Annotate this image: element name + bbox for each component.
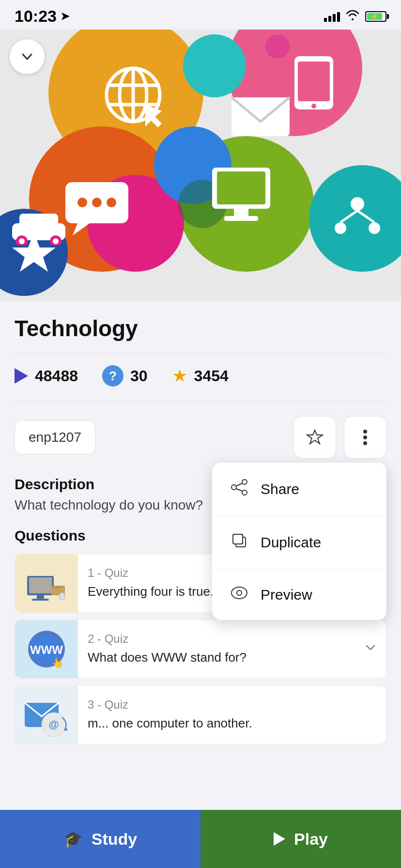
svg-marker-31 [307,430,323,444]
svg-rect-51 [56,587,58,588]
status-bar: 10:23 ➤ ⚡ [0,0,401,30]
svg-line-38 [236,483,242,486]
question-thumb-3: @ [15,686,78,744]
more-dots-icon [363,429,368,446]
svg-rect-20 [224,216,258,221]
favorites-count: 3454 [194,367,229,385]
page-title: Technology [15,315,386,341]
more-options-button[interactable] [344,416,386,459]
svg-point-35 [242,480,247,484]
computer-thumbnail [22,561,71,605]
back-button[interactable] [10,39,45,74]
charging-bolt: ⚡ [371,13,378,20]
question-body-2: 2 - Quiz What does WWW stand for? [78,624,365,674]
study-button[interactable]: 🎓 Study [0,810,200,868]
duplicate-label: Duplicate [261,534,321,551]
stats-row: 48488 ? 30 ★ 3454 [15,365,386,402]
question-thumb-1 [15,554,78,612]
favorites-stat: ★ 3454 [172,366,229,386]
svg-rect-23 [298,62,330,101]
svg-point-37 [242,490,247,495]
tablet-icon-hero [256,30,372,146]
question-card-3[interactable]: @ 3 - Quiz m... one computer to another. [15,685,386,744]
wifi-icon [346,10,359,23]
svg-line-29 [357,211,374,222]
svg-rect-19 [234,209,248,217]
question-badge-icon: ? [102,365,123,387]
svg-point-15 [92,198,102,207]
star-outline-icon [306,429,324,446]
svg-point-44 [237,590,242,595]
svg-rect-41 [233,534,243,544]
svg-point-27 [369,222,380,234]
share-icon [230,479,249,499]
title-section: Technology [15,315,386,354]
expand-button-2[interactable] [365,642,386,656]
user-row: enp1207 [15,416,386,459]
question-type-2: 2 - Quiz [88,632,355,646]
duplicate-icon [230,532,249,552]
svg-point-32 [363,430,367,434]
plays-count: 48488 [35,367,78,385]
favorite-button[interactable] [293,416,336,459]
svg-point-24 [311,104,316,108]
svg-marker-5 [145,105,162,127]
star-icon-hero [0,214,73,291]
plays-stat: 48488 [15,367,78,385]
question-type-3: 3 - Quiz [88,698,376,712]
duplicate-menu-item[interactable]: Duplicate [212,516,386,569]
study-icon: 🎓 [63,830,83,848]
main-content: Technology 48488 ? 30 ★ 3454 enp1207 [0,301,401,819]
svg-point-54 [59,592,65,600]
time-display: 10:23 [15,7,57,26]
svg-rect-48 [32,599,49,601]
svg-text:@: @ [48,718,59,730]
questions-stat: ? 30 [102,365,148,387]
signal-icon [324,11,340,22]
svg-text:WWW: WWW [30,643,63,656]
question-thumb-2: WWW 👆 [15,620,78,678]
study-label: Study [92,830,137,849]
svg-point-26 [335,222,346,234]
svg-text:👆: 👆 [51,657,63,668]
location-icon: ➤ [61,10,69,23]
status-icons: ⚡ [324,10,386,23]
svg-rect-47 [37,595,44,599]
svg-rect-50 [52,587,55,588]
chevron-down-small-icon [365,642,376,653]
play-label: Play [294,830,328,849]
svg-rect-18 [217,171,265,204]
play-triangle-icon [274,832,285,846]
play-button[interactable]: Play [200,810,401,868]
svg-line-39 [236,489,242,491]
svg-marker-13 [73,223,90,235]
svg-rect-52 [59,587,62,588]
play-icon [15,368,28,384]
svg-point-14 [77,198,87,207]
svg-line-28 [340,211,357,222]
question-body-3: 3 - Quiz m... one computer to another. [78,690,386,740]
bottom-bar: 🎓 Study Play [0,810,401,868]
share-menu-item[interactable]: Share [212,463,386,516]
questions-count: 30 [130,367,148,385]
svg-point-33 [363,435,367,439]
svg-point-16 [107,198,116,207]
www-thumbnail: WWW 👆 [22,627,71,671]
svg-marker-30 [12,233,56,272]
preview-icon [230,586,249,604]
author-chip[interactable]: enp1207 [15,420,95,454]
svg-rect-53 [29,577,52,593]
question-text-2: What does WWW stand for? [88,649,355,666]
svg-point-25 [351,197,364,211]
question-card-2[interactable]: WWW 👆 2 - Quiz What does WWW stand for? [15,620,386,679]
chevron-down-icon [20,49,34,64]
network-icon-hero [309,165,401,262]
preview-label: Preview [261,587,312,603]
hero-image [0,30,401,301]
email-thumbnail: @ [22,693,71,737]
status-time: 10:23 ➤ [15,7,69,26]
preview-menu-item[interactable]: Preview [212,569,386,620]
dropdown-menu: Share Duplicate [212,463,386,620]
svg-point-43 [231,587,247,599]
battery-icon: ⚡ [365,11,386,22]
